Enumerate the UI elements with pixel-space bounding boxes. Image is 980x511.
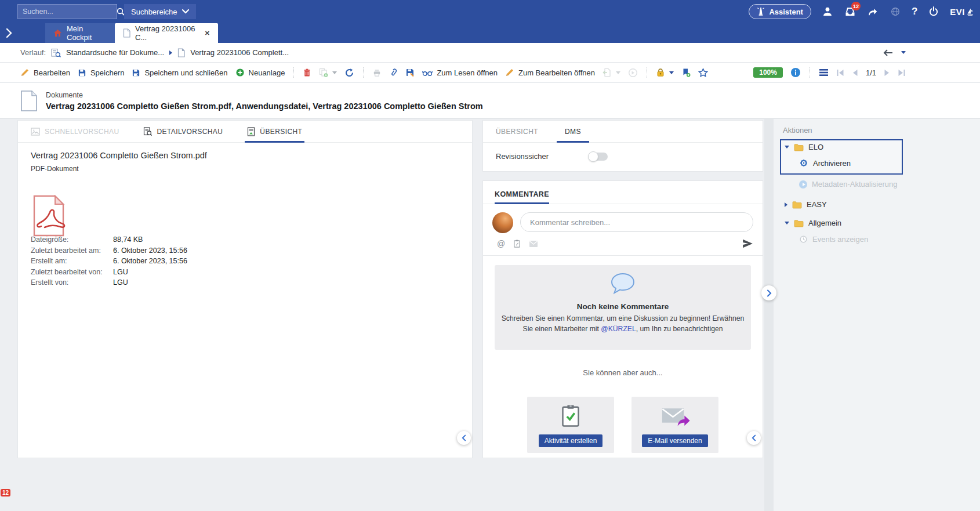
chevron-down-icon[interactable] — [785, 146, 789, 148]
prev-page-icon[interactable] — [852, 69, 858, 77]
tree-item-archivieren[interactable]: Archivieren — [799, 158, 851, 168]
meta-row: Zuletzt bearbeitet am:6. Oktober 2023, 1… — [31, 245, 187, 256]
tree-item-metadaten: Metadaten-Aktualisierung — [799, 180, 897, 189]
tree-item-elo[interactable]: ELO — [785, 143, 823, 151]
pencil-icon — [505, 68, 514, 77]
tab-detailvorschau[interactable]: DETAILVORSCHAU — [143, 121, 223, 142]
new-button[interactable]: Neuanlage — [235, 68, 285, 77]
document-icon — [123, 28, 130, 38]
workflow-button[interactable] — [628, 68, 638, 78]
floppy-icon — [78, 68, 86, 77]
globe-icon[interactable] — [889, 5, 902, 18]
help-button[interactable]: ? — [912, 6, 917, 17]
lock-button[interactable] — [656, 68, 674, 77]
tab-dms[interactable]: DMS — [565, 121, 581, 142]
checkin-button[interactable] — [405, 68, 415, 77]
search-input[interactable] — [23, 8, 116, 16]
tab-uebersicht[interactable]: ÜBERSICHT — [247, 121, 302, 142]
chevron-right-icon[interactable] — [785, 202, 787, 207]
clipboard-pencil-icon[interactable] — [513, 239, 521, 248]
copy-doc-icon — [319, 68, 328, 77]
create-activity-button[interactable]: Aktivität erstellen — [539, 434, 603, 447]
send-icon[interactable] — [742, 239, 753, 248]
power-icon[interactable] — [927, 5, 940, 18]
chevron-down-icon[interactable] — [616, 71, 620, 74]
chevron-down-icon[interactable] — [669, 71, 674, 74]
create-activity-card[interactable]: Aktivität erstellen — [527, 397, 614, 453]
edit-button[interactable]: Bearbeiten — [20, 68, 70, 77]
mention-icon[interactable]: @ — [497, 239, 505, 248]
chevron-down-icon[interactable] — [332, 71, 337, 74]
chevron-right-icon — [169, 50, 172, 55]
collapse-comments-icon[interactable] — [747, 431, 761, 445]
search-box[interactable] — [17, 4, 117, 19]
tree-item-events: Events anzeigen — [799, 235, 868, 244]
save-button[interactable]: Speichern — [78, 68, 125, 77]
brand-logo: EVI — [950, 7, 974, 17]
expand-panel-icon[interactable] — [6, 28, 12, 38]
print-button[interactable] — [372, 68, 382, 77]
toolbar-separator — [647, 67, 647, 78]
chevron-down-icon[interactable] — [785, 222, 789, 224]
plus-circle-icon — [235, 68, 245, 77]
breadcrumb-item-doc[interactable]: Vertrag 20231006 Complett... — [190, 48, 289, 57]
attachment-button[interactable] — [389, 68, 398, 77]
envelope-icon[interactable] — [529, 240, 538, 248]
close-icon[interactable]: ✕ — [205, 30, 210, 37]
comments-header: KOMMENTARE — [495, 190, 549, 204]
user-icon[interactable] — [821, 5, 834, 18]
send-email-button[interactable]: E-Mail versenden — [642, 434, 707, 447]
collapse-preview-icon[interactable] — [457, 431, 471, 445]
refresh-button[interactable] — [344, 68, 354, 78]
delete-button[interactable] — [303, 68, 311, 77]
brand-text: EVI — [950, 7, 965, 17]
dms-panel: ÜBERSICHT DMS Revisionssicher — [482, 120, 763, 172]
favorite-button[interactable] — [698, 68, 708, 78]
copy-button[interactable] — [319, 68, 337, 77]
breadcrumb-item-search[interactable]: Standardsuche für Dokume... — [66, 48, 164, 57]
comment-input[interactable] — [520, 212, 753, 232]
topbar: Suchbereiche Assistent 12 ? EVI — [0, 0, 980, 23]
expand-actions-icon[interactable] — [761, 285, 776, 300]
empty-title: Noch keine Kommentare — [495, 302, 751, 311]
paperclip-icon — [389, 68, 398, 77]
subscribe-button[interactable] — [681, 68, 691, 77]
first-page-icon[interactable] — [836, 69, 844, 77]
zoom-badge[interactable]: 100% — [753, 67, 783, 78]
inbox-icon[interactable]: 12 — [844, 5, 856, 18]
tree-item-allgemein[interactable]: Allgemein — [785, 219, 841, 227]
checkout-button[interactable] — [602, 68, 620, 77]
meta-row: Erstellt am:6. Oktober 2023, 15:56 — [31, 256, 187, 267]
assistant-button[interactable]: Assistent — [749, 4, 811, 19]
history-dropdown-icon[interactable] — [901, 51, 906, 54]
mention-hint: @KÜRZEL — [601, 325, 636, 333]
page-indicator: 1/1 — [866, 68, 876, 77]
info-icon[interactable] — [790, 67, 801, 78]
last-page-icon[interactable] — [898, 69, 906, 77]
open-edit-button[interactable]: Zum Bearbeiten öffnen — [505, 68, 595, 77]
chevron-down-icon — [182, 9, 189, 14]
floppy-edit-icon — [405, 68, 415, 77]
meta-row: Zuletzt bearbeitet von:LGU — [31, 267, 187, 278]
send-email-card[interactable]: E-Mail versenden — [631, 397, 718, 453]
tab-mein-cockpit[interactable]: Mein Cockpit — [45, 23, 115, 43]
tree-item-easy[interactable]: EASY — [785, 200, 827, 209]
tab-dms-uebersicht[interactable]: ÜBERSICHT — [496, 121, 538, 142]
next-page-icon[interactable] — [884, 69, 890, 77]
save-close-button[interactable]: Speichern und schließen — [132, 68, 227, 77]
home-icon — [53, 29, 62, 37]
tab-document[interactable]: Vertrag 20231006 C... ✕ — [115, 23, 218, 43]
inbox-badge: 12 — [851, 2, 861, 10]
toolbar-separator — [363, 67, 364, 78]
revisionssicher-toggle[interactable] — [589, 153, 608, 161]
open-read-button[interactable]: Zum Lesen öffnen — [422, 68, 498, 77]
menu-icon[interactable] — [819, 68, 829, 77]
back-arrow-icon[interactable] — [883, 49, 893, 57]
search-scopes-button[interactable]: Suchbereiche — [124, 4, 196, 19]
clock-icon — [799, 235, 808, 244]
corner-badge[interactable]: 12 — [1, 489, 10, 496]
trash-icon — [303, 68, 311, 77]
actions-panel: Aktionen ELO Archivieren Metadaten-Aktua… — [774, 119, 980, 511]
preview-panel: SCHNELLVORSCHAU DETAILVORSCHAU ÜBERSICHT… — [17, 120, 473, 458]
redo-icon[interactable] — [866, 5, 879, 18]
